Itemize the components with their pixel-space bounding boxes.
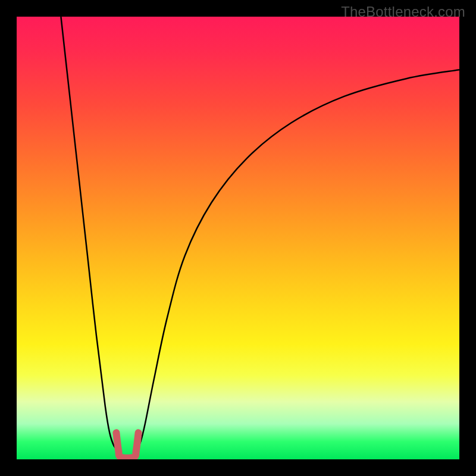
curves-svg <box>17 17 459 459</box>
plot-area <box>17 17 459 459</box>
curve-right-branch <box>136 70 459 450</box>
chart-frame: TheBottleneck.com <box>0 0 476 476</box>
curve-notch <box>116 433 138 458</box>
curve-left-branch <box>61 17 118 450</box>
